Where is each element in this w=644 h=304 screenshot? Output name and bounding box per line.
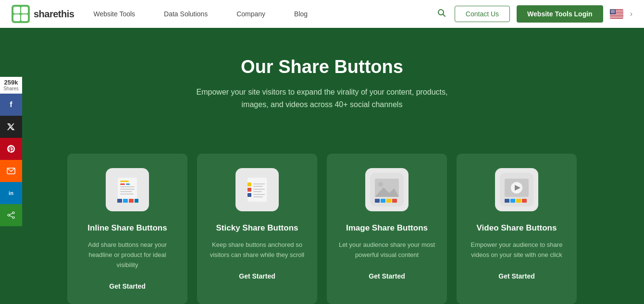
card-inline-desc: Add share buttons near your headline or … [78, 240, 177, 270]
inline-share-icon [106, 168, 149, 211]
logo[interactable]: sharethis [12, 5, 74, 23]
svg-line-38 [10, 216, 12, 217]
svg-rect-2 [21, 7, 28, 13]
nav-links: Website Tools Data Solutions Company Blo… [93, 10, 435, 18]
side-social-panel: 259k Shares f in [0, 77, 22, 226]
svg-point-18 [613, 10, 614, 11]
card-video-title: Video Share Buttons [467, 223, 566, 233]
svg-line-6 [443, 14, 445, 16]
svg-rect-59 [253, 189, 265, 190]
svg-rect-77 [516, 199, 521, 203]
svg-rect-4 [21, 14, 28, 21]
share-count-number: 259k [0, 79, 22, 86]
login-button[interactable]: Website Tools Login [517, 5, 603, 23]
card-image-title: Image Share Buttons [337, 223, 436, 233]
contact-button[interactable]: Contact Us [455, 6, 510, 22]
svg-rect-75 [505, 199, 509, 203]
search-icon[interactable] [435, 7, 448, 22]
svg-rect-48 [117, 199, 122, 203]
svg-rect-13 [610, 17, 623, 18]
svg-rect-11 [610, 14, 623, 15]
svg-rect-45 [120, 189, 135, 190]
svg-point-22 [613, 11, 614, 12]
svg-rect-43 [126, 183, 130, 185]
svg-rect-62 [253, 196, 263, 197]
share-counter: 259k Shares [0, 77, 22, 94]
svg-rect-69 [386, 199, 391, 203]
svg-point-27 [613, 12, 614, 12]
card-inline: Inline Share Buttons Add share buttons n… [67, 154, 187, 304]
svg-rect-78 [522, 199, 527, 203]
svg-rect-55 [248, 188, 251, 192]
svg-point-20 [611, 11, 612, 12]
card-video-cta[interactable]: Get Started [498, 272, 534, 280]
image-share-icon [365, 168, 409, 211]
svg-point-29 [611, 12, 612, 13]
nav-company[interactable]: Company [236, 10, 265, 18]
svg-rect-1 [13, 7, 20, 13]
sticky-share-icon [235, 168, 279, 211]
card-sticky-cta[interactable]: Get Started [239, 272, 275, 280]
hero-subtitle: Empower your site visitors to expand the… [187, 86, 457, 110]
video-share-icon [495, 168, 538, 211]
logo-text: sharethis [34, 9, 74, 20]
svg-rect-51 [135, 199, 138, 203]
card-sticky: Sticky Share Buttons Keep share buttons … [197, 154, 317, 304]
svg-rect-56 [248, 193, 251, 197]
svg-point-19 [614, 10, 615, 11]
svg-point-28 [614, 12, 615, 12]
svg-point-26 [612, 12, 613, 12]
svg-point-35 [8, 214, 10, 216]
svg-point-24 [610, 12, 611, 12]
svg-point-34 [12, 212, 14, 214]
svg-rect-12 [610, 16, 623, 17]
svg-point-30 [612, 12, 613, 13]
svg-rect-57 [253, 183, 265, 184]
twitter-share-button[interactable] [0, 116, 22, 138]
svg-rect-47 [120, 194, 134, 195]
card-sticky-title: Sticky Share Buttons [208, 223, 307, 233]
card-image-desc: Let your audience share your most powerf… [337, 240, 436, 260]
card-inline-cta[interactable]: Get Started [109, 282, 145, 290]
svg-rect-70 [392, 199, 397, 203]
svg-rect-61 [253, 194, 265, 195]
pinterest-share-button[interactable] [0, 138, 22, 160]
svg-rect-58 [253, 186, 263, 187]
nav-data-solutions[interactable]: Data Solutions [164, 10, 208, 18]
svg-rect-42 [120, 183, 125, 185]
linkedin-share-button[interactable]: in [0, 182, 22, 204]
language-selector[interactable] [610, 9, 623, 19]
share-count-label: Shares [0, 86, 22, 91]
chevron-right-icon[interactable]: › [630, 10, 632, 18]
svg-point-16 [611, 10, 612, 11]
svg-point-21 [612, 11, 613, 12]
card-image-cta[interactable]: Get Started [369, 272, 405, 280]
svg-point-15 [610, 10, 611, 11]
navbar: sharethis Website Tools Data Solutions C… [0, 0, 644, 28]
card-inline-title: Inline Share Buttons [78, 223, 177, 233]
svg-rect-68 [381, 199, 385, 203]
svg-line-37 [10, 213, 12, 215]
svg-point-25 [611, 12, 612, 12]
hero-title: Our Share Buttons [10, 57, 634, 77]
svg-rect-60 [253, 191, 262, 192]
generic-share-button[interactable] [0, 204, 22, 226]
svg-rect-49 [123, 199, 128, 203]
svg-rect-50 [129, 199, 134, 203]
card-sticky-desc: Keep share buttons anchored so visitors … [208, 240, 307, 260]
svg-rect-67 [375, 199, 380, 203]
card-video: Video Share Buttons Empower your audienc… [457, 154, 577, 304]
svg-rect-54 [248, 182, 251, 186]
facebook-share-button[interactable]: f [0, 94, 22, 116]
email-share-button[interactable] [0, 160, 22, 182]
svg-rect-76 [510, 199, 515, 203]
svg-point-65 [378, 182, 383, 187]
nav-website-tools[interactable]: Website Tools [93, 10, 135, 18]
hero-section: Our Share Buttons Empower your site visi… [0, 28, 644, 149]
cards-section: Inline Share Buttons Add share buttons n… [0, 149, 644, 304]
nav-blog[interactable]: Blog [294, 10, 308, 18]
svg-point-36 [12, 217, 14, 219]
svg-rect-44 [120, 186, 135, 187]
svg-point-23 [614, 11, 615, 12]
svg-rect-41 [120, 181, 129, 182]
